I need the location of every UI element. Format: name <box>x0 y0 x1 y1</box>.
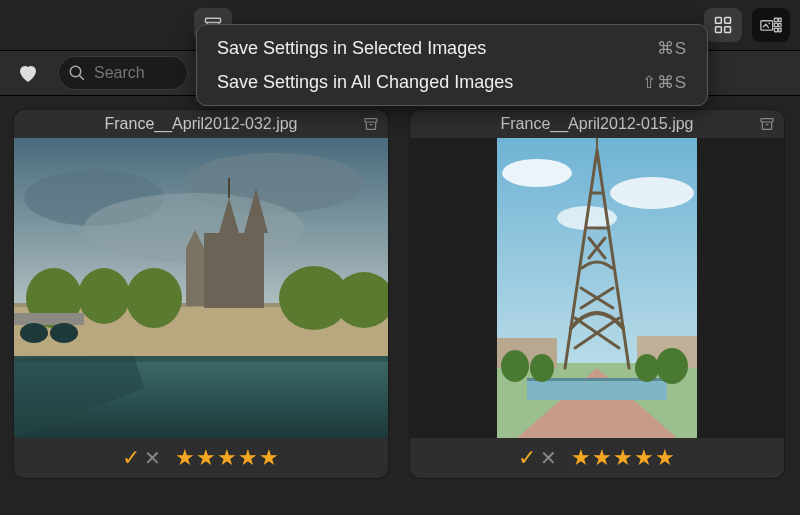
svg-rect-9 <box>779 18 782 21</box>
search-field-wrap[interactable] <box>58 56 188 90</box>
pick-button[interactable]: ✓ <box>518 445 536 471</box>
svg-rect-37 <box>14 313 84 325</box>
svg-rect-5 <box>725 27 731 33</box>
card-header: France__April2012-032.jpg <box>14 110 388 138</box>
svg-line-15 <box>79 75 84 80</box>
card-header: France__April2012-015.jpg <box>410 110 784 138</box>
save-settings-menu: Save Settings in Selected Images ⌘S Save… <box>196 24 708 106</box>
image-filename: France__April2012-015.jpg <box>436 115 758 133</box>
svg-point-38 <box>20 323 48 343</box>
rating-stars[interactable]: ★★★★★ <box>175 445 280 471</box>
svg-rect-4 <box>716 27 722 33</box>
archive-icon <box>363 116 379 132</box>
svg-point-63 <box>656 348 688 384</box>
svg-point-61 <box>501 350 529 382</box>
compare-view-button[interactable] <box>752 8 790 42</box>
svg-rect-13 <box>779 28 782 31</box>
svg-rect-3 <box>725 18 731 24</box>
thumbnail-wrap[interactable] <box>14 138 388 438</box>
svg-rect-12 <box>774 28 777 31</box>
card-footer: ✓ ✕ ★★★★★ <box>410 438 784 478</box>
menu-item-save-all-changed[interactable]: Save Settings in All Changed Images ⇧⌘S <box>197 65 707 99</box>
search-icon <box>68 64 86 82</box>
svg-rect-10 <box>774 23 777 26</box>
reject-button[interactable]: ✕ <box>540 446 557 470</box>
card-footer: ✓ ✕ ★★★★★ <box>14 438 388 478</box>
card-archive-button[interactable] <box>758 115 776 133</box>
svg-rect-32 <box>186 248 204 306</box>
grid-icon <box>713 15 733 35</box>
rating-stars[interactable]: ★★★★★ <box>571 445 676 471</box>
grid-view-button[interactable] <box>704 8 742 42</box>
svg-point-25 <box>78 268 130 324</box>
svg-rect-40 <box>761 119 773 122</box>
image-card[interactable]: France__April2012-032.jpg <box>14 110 388 478</box>
svg-point-64 <box>635 354 659 382</box>
svg-rect-29 <box>204 233 264 308</box>
svg-rect-16 <box>365 119 377 122</box>
svg-rect-8 <box>774 18 777 21</box>
thumbnail-image <box>497 138 697 438</box>
thumbnail-image <box>14 138 388 438</box>
svg-rect-11 <box>779 23 782 26</box>
pick-reject-group: ✓ ✕ <box>518 445 557 471</box>
svg-rect-2 <box>716 18 722 24</box>
menu-item-shortcut: ⌘S <box>657 38 687 59</box>
search-input[interactable] <box>94 64 174 82</box>
menu-item-shortcut: ⇧⌘S <box>642 72 687 93</box>
pick-button[interactable]: ✓ <box>122 445 140 471</box>
svg-rect-0 <box>206 18 221 22</box>
svg-point-14 <box>70 66 81 77</box>
favorites-filter-button[interactable] <box>14 59 42 87</box>
menu-item-label: Save Settings in Selected Images <box>217 38 486 59</box>
menu-item-save-selected[interactable]: Save Settings in Selected Images ⌘S <box>197 31 707 65</box>
image-card[interactable]: France__April2012-015.jpg <box>410 110 784 478</box>
menu-item-label: Save Settings in All Changed Images <box>217 72 513 93</box>
view-mode-group <box>704 8 790 42</box>
svg-point-7 <box>768 22 770 24</box>
svg-point-26 <box>126 268 182 328</box>
svg-point-39 <box>50 323 78 343</box>
gallery: France__April2012-032.jpg <box>0 96 800 478</box>
archive-icon <box>759 116 775 132</box>
compare-icon <box>760 15 782 35</box>
svg-point-62 <box>530 354 554 382</box>
reject-button[interactable]: ✕ <box>144 446 161 470</box>
thumbnail-wrap[interactable] <box>410 138 784 438</box>
svg-point-43 <box>502 159 572 187</box>
heart-icon <box>16 61 40 85</box>
pick-reject-group: ✓ ✕ <box>122 445 161 471</box>
image-filename: France__April2012-032.jpg <box>40 115 362 133</box>
svg-point-44 <box>610 177 694 209</box>
card-archive-button[interactable] <box>362 115 380 133</box>
